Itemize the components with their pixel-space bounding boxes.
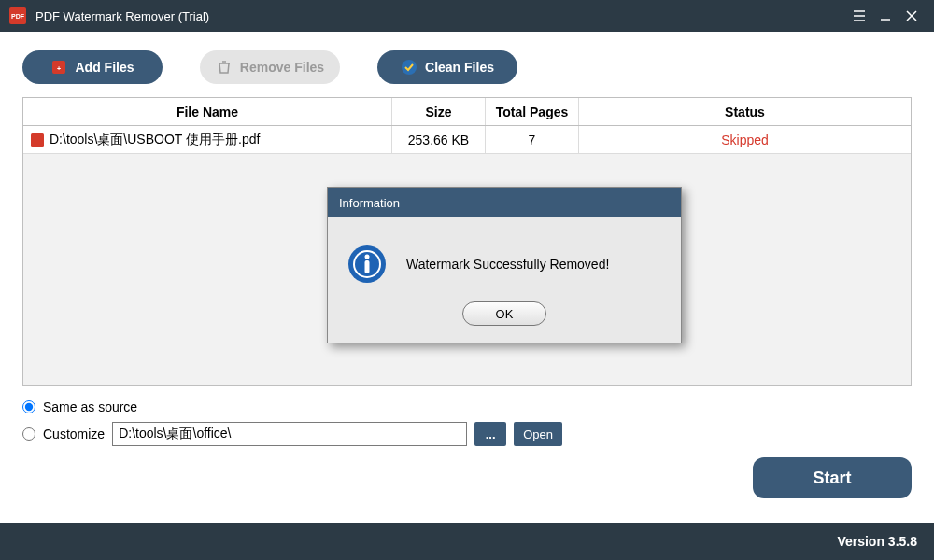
close-button[interactable] <box>899 3 925 29</box>
same-as-source-label[interactable]: Same as source <box>43 399 137 414</box>
info-icon <box>347 244 388 285</box>
svg-rect-10 <box>365 260 370 273</box>
col-header-pages[interactable]: Total Pages <box>486 98 579 125</box>
output-path-input[interactable] <box>112 422 467 446</box>
clean-files-label: Clean Files <box>425 60 494 75</box>
remove-files-label: Remove Files <box>240 60 324 75</box>
minimize-button[interactable] <box>872 3 899 29</box>
dialog-title: Information <box>328 188 681 217</box>
col-header-size[interactable]: Size <box>392 98 486 125</box>
customize-label[interactable]: Customize <box>43 427 105 441</box>
svg-point-4 <box>402 60 417 75</box>
col-header-status[interactable]: Status <box>579 98 911 125</box>
window-title: PDF Watermark Remover (Trial) <box>35 9 846 23</box>
open-button[interactable]: Open <box>514 422 562 446</box>
cell-size: 253.66 KB <box>392 126 486 153</box>
add-files-button[interactable]: + Add Files <box>22 50 163 84</box>
remove-files-button: Remove Files <box>200 50 340 84</box>
browse-button[interactable]: ... <box>474 422 506 446</box>
title-bar: PDF PDF Watermark Remover (Trial) <box>0 0 934 32</box>
customize-radio[interactable] <box>22 427 35 441</box>
dialog-message: Watermark Successfully Removed! <box>406 257 609 272</box>
svg-rect-5 <box>31 133 44 147</box>
col-header-name[interactable]: File Name <box>23 98 392 125</box>
pdf-add-icon: + <box>50 59 67 76</box>
svg-text:+: + <box>57 65 61 72</box>
output-area: Same as source Customize ... Open <box>0 386 934 446</box>
toolbar: + Add Files Remove Files Clean Files <box>0 32 934 97</box>
app-icon: PDF <box>9 7 26 24</box>
grid-header: File Name Size Total Pages Status <box>23 98 911 126</box>
cell-status: Skipped <box>579 126 911 153</box>
cell-pages: 7 <box>486 126 579 153</box>
info-dialog: Information Watermark Successfully Remov… <box>327 187 682 343</box>
trash-icon <box>216 59 233 76</box>
svg-point-9 <box>365 255 370 259</box>
footer: Version 3.5.8 <box>0 523 934 560</box>
menu-icon[interactable] <box>846 3 872 29</box>
clean-icon <box>401 59 417 76</box>
table-row[interactable]: D:\tools\桌面\USBOOT 使用手册.pdf 253.66 KB 7 … <box>23 126 911 154</box>
version-label: Version 3.5.8 <box>837 534 917 549</box>
svg-text:PDF: PDF <box>11 13 25 20</box>
start-button[interactable]: Start <box>753 457 912 498</box>
add-files-label: Add Files <box>75 60 134 75</box>
clean-files-button[interactable]: Clean Files <box>377 50 517 84</box>
ok-button[interactable]: OK <box>462 301 546 326</box>
cell-filename: D:\tools\桌面\USBOOT 使用手册.pdf <box>50 132 260 148</box>
same-as-source-radio[interactable] <box>22 400 35 413</box>
pdf-file-icon <box>31 133 44 147</box>
